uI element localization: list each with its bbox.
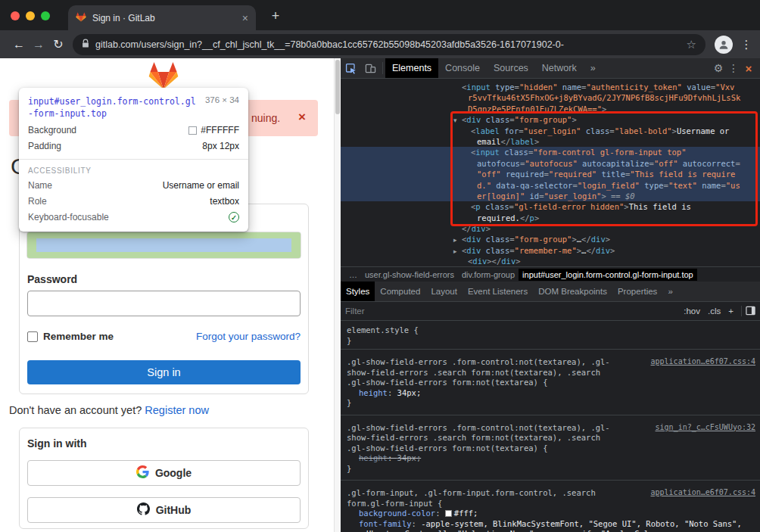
sign-in-button[interactable]: Sign in bbox=[27, 360, 301, 384]
devtools-close-button[interactable]: × bbox=[740, 62, 757, 75]
expander-closed-icon[interactable]: ▸ bbox=[453, 235, 457, 245]
forgot-password-link[interactable]: Forgot your password? bbox=[196, 331, 301, 342]
styles-tab-computed[interactable]: Computed bbox=[375, 282, 425, 301]
toggle-classes-button[interactable]: .cls bbox=[708, 306, 721, 316]
styles-rules: application…e6f07.css:4.gl-show-field-er… bbox=[341, 350, 760, 532]
keyboard-focusable-check-icon: ✓ bbox=[229, 212, 239, 222]
css-declaration[interactable]: height: 34px; bbox=[347, 388, 754, 399]
register-prompt: Don't have an account yet? Register now bbox=[9, 404, 209, 416]
css-selector: .gl-show-field-errors form:not(textarea)… bbox=[347, 443, 754, 454]
browser-tab[interactable]: Sign in · GitLab × bbox=[68, 5, 256, 30]
forward-button[interactable]: → bbox=[29, 34, 48, 55]
back-button[interactable]: ← bbox=[9, 34, 29, 55]
devtools-tab-elements[interactable]: Elements bbox=[385, 58, 438, 78]
bookmark-star-icon[interactable]: ☆ bbox=[687, 38, 696, 51]
remember-me-checkbox[interactable] bbox=[27, 331, 38, 342]
filter-divider bbox=[741, 306, 742, 316]
tooltip-a11y-value: textbox bbox=[210, 196, 239, 207]
toolbar-divider bbox=[382, 62, 383, 74]
google-button-label: Google bbox=[155, 467, 192, 479]
breadcrumb-item[interactable]: div.form-group bbox=[458, 269, 519, 281]
styles-tab-styles[interactable]: Styles bbox=[341, 282, 375, 301]
breadcrumb-item[interactable]: input#user_login.form-control.gl-form-in… bbox=[519, 269, 697, 281]
address-bar[interactable]: gitlab.com/users/sign_in?__cf_chl_jschl_… bbox=[73, 34, 705, 55]
browser-menu-button[interactable]: ⋮ bbox=[739, 38, 754, 51]
dom-tree-line[interactable]: <div></div> bbox=[341, 256, 760, 266]
page-scrollbar[interactable] bbox=[334, 58, 341, 532]
browser-window: Sign in · GitLab × + ← → ↻ gitlab.com/us… bbox=[0, 0, 760, 532]
styles-pane: element.style { } application…e6f07.css:… bbox=[341, 321, 760, 532]
tooltip-a11y-value: ✓ bbox=[229, 212, 239, 222]
computed-sidebar-toggle-icon[interactable] bbox=[746, 306, 755, 317]
github-signin-button[interactable]: GitHub bbox=[27, 497, 301, 523]
username-input-highlighted[interactable] bbox=[27, 232, 301, 258]
element-style-block: element.style { } bbox=[341, 321, 760, 350]
stylesheet-link[interactable]: sign_in?_c…cFsUWUyo:32 bbox=[656, 422, 755, 433]
tooltip-props: Background#FFFFFFPadding8px 12px bbox=[28, 125, 239, 151]
styles-tab-more[interactable]: » bbox=[662, 282, 677, 301]
tooltip-divider bbox=[19, 159, 248, 160]
breadcrumb-item[interactable]: … bbox=[345, 269, 361, 281]
password-input[interactable] bbox=[27, 291, 301, 316]
remember-me-label: Remember me bbox=[43, 331, 114, 342]
window-content: nuing. × G Password Remember me Forgot y… bbox=[0, 58, 760, 532]
new-tab-button[interactable]: + bbox=[266, 7, 285, 25]
profile-avatar[interactable] bbox=[715, 36, 733, 54]
expander-closed-icon[interactable]: ▸ bbox=[453, 246, 457, 257]
gitlab-signin-page: nuing. × G Password Remember me Forgot y… bbox=[0, 58, 341, 532]
page-scrollbar-thumb[interactable] bbox=[335, 60, 340, 114]
css-rule: application…e6f07.css:4.gl-form-input, .… bbox=[341, 481, 760, 532]
breadcrumb-item[interactable]: user.gl-show-field-errors bbox=[361, 269, 458, 281]
devtools-tab-console[interactable]: Console bbox=[438, 58, 487, 78]
styles-tab-dombreakpoints[interactable]: DOM Breakpoints bbox=[533, 282, 612, 301]
css-declaration[interactable]: background-color: #fff; bbox=[347, 509, 754, 519]
alert-close-button[interactable]: × bbox=[298, 110, 306, 125]
stylesheet-link[interactable]: application…e6f07.css:4 bbox=[651, 356, 755, 367]
stylesheet-link[interactable]: application…e6f07.css:4 bbox=[651, 487, 755, 498]
devtools-menu-icon[interactable]: ⋮ bbox=[727, 62, 740, 74]
settings-gear-icon[interactable]: ⚙ bbox=[710, 62, 727, 74]
reload-button[interactable]: ↻ bbox=[48, 34, 68, 55]
new-style-rule-button[interactable]: + bbox=[728, 306, 734, 316]
color-swatch bbox=[188, 126, 197, 135]
css-selector: form.gl-form-input { bbox=[347, 499, 754, 509]
traffic-lights bbox=[11, 11, 50, 20]
dom-tree-line[interactable]: <input type="hidden" name="authenticity_… bbox=[341, 82, 760, 92]
url-text[interactable]: gitlab.com/users/sign_in?__cf_chl_jschl_… bbox=[95, 39, 681, 50]
devtools-tab-network[interactable]: Network bbox=[535, 58, 584, 78]
device-toolbar-icon[interactable] bbox=[360, 58, 380, 78]
css-declaration[interactable]: height: 34px; bbox=[347, 453, 754, 464]
styles-filter-input[interactable]: Filter bbox=[345, 306, 680, 316]
tooltip-prop-value: 8px 12px bbox=[202, 141, 239, 151]
color-swatch[interactable] bbox=[445, 510, 452, 517]
close-window-button[interactable] bbox=[11, 11, 20, 20]
toggle-hover-state-button[interactable]: :hov bbox=[684, 306, 700, 316]
tooltip-a11y-label: Name bbox=[28, 180, 52, 191]
css-selector: show-field-errors .search form:not(texta… bbox=[347, 433, 754, 443]
dom-tree-line[interactable]: ▸<div class="remember-me">…</div> bbox=[341, 245, 760, 256]
styles-tab-eventlisteners[interactable]: Event Listeners bbox=[463, 282, 533, 301]
element-style-close-brace: } bbox=[347, 336, 754, 347]
remember-row: Remember me Forgot your password? bbox=[27, 331, 301, 342]
register-now-link[interactable]: Register now bbox=[145, 404, 209, 416]
google-signin-button[interactable]: Google bbox=[27, 460, 301, 486]
styles-tab-properties[interactable]: Properties bbox=[612, 282, 662, 301]
styles-tab-layout[interactable]: Layout bbox=[425, 282, 463, 301]
tooltip-dimensions: 376 × 34 bbox=[205, 95, 239, 120]
zoom-window-button[interactable] bbox=[41, 11, 50, 20]
tab-close-button[interactable]: × bbox=[242, 13, 248, 23]
element-style-selector[interactable]: element.style { bbox=[347, 325, 754, 336]
tooltip-prop-row: Padding8px 12px bbox=[28, 141, 239, 151]
tab-title: Sign in · GitLab bbox=[92, 13, 236, 23]
dom-tree-line[interactable]: ▸<div class="form-group">…</div> bbox=[341, 234, 760, 244]
css-declaration[interactable]: font-family: -apple-system, BlinkMacSyst… bbox=[347, 519, 754, 532]
inspect-element-icon[interactable] bbox=[341, 58, 360, 78]
devtools-tab-sources[interactable]: Sources bbox=[487, 58, 535, 78]
padlock-icon bbox=[82, 38, 89, 51]
dom-tree-line[interactable]: r5vvTfku46tX5FhxOG+j8yBYvadG/2JY7NP6fB8s… bbox=[341, 92, 760, 103]
github-button-label: GitHub bbox=[156, 504, 192, 516]
minimize-window-button[interactable] bbox=[26, 11, 35, 20]
tab-strip: Sign in · GitLab × + bbox=[0, 0, 760, 30]
devtools-toolbar: ElementsConsoleSourcesNetwork» ⚙ ⋮ × bbox=[341, 58, 760, 79]
devtools-tab-[interactable]: » bbox=[584, 58, 603, 78]
